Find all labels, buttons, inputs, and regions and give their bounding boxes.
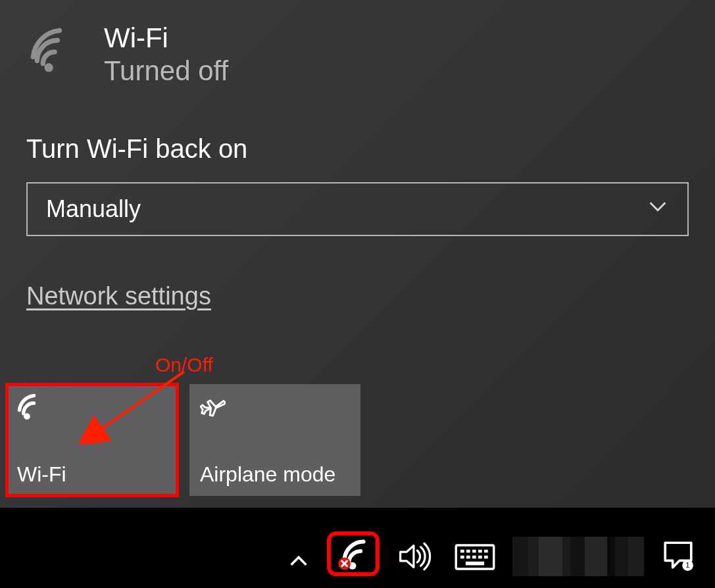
svg-rect-14 <box>478 556 482 559</box>
clock-area-blurred[interactable] <box>512 537 644 576</box>
svg-rect-12 <box>466 556 470 559</box>
wifi-title: Wi-Fi <box>104 24 228 53</box>
network-flyout: Wi-Fi Turned off Turn Wi-Fi back on Manu… <box>0 0 715 508</box>
quick-action-tiles: Wi-Fi Airplane mode <box>7 384 360 496</box>
turn-back-on-dropdown[interactable]: Manually <box>26 182 689 236</box>
touch-keyboard-tray-icon[interactable] <box>449 538 501 576</box>
turn-back-on-label: Turn Wi-Fi back on <box>26 134 715 164</box>
svg-rect-13 <box>472 556 476 559</box>
network-settings-link[interactable]: Network settings <box>26 282 211 310</box>
airplane-tile-label: Airplane mode <box>200 462 350 487</box>
wifi-tile-label: Wi-Fi <box>17 462 167 487</box>
wifi-toggle-tile[interactable]: Wi-Fi <box>7 384 178 496</box>
volume-tray-icon[interactable] <box>391 537 437 576</box>
svg-point-1 <box>24 413 30 420</box>
svg-rect-11 <box>460 556 464 559</box>
svg-rect-6 <box>460 550 464 553</box>
airplane-icon <box>200 393 350 428</box>
svg-text:1: 1 <box>685 561 689 569</box>
wifi-icon <box>30 28 79 79</box>
svg-rect-15 <box>484 556 488 559</box>
svg-rect-9 <box>478 550 482 553</box>
svg-rect-16 <box>466 562 484 566</box>
svg-point-0 <box>44 63 53 72</box>
dropdown-selected-value: Manually <box>46 195 141 223</box>
chevron-down-icon <box>647 195 669 224</box>
system-tray: 1 <box>282 496 715 588</box>
wifi-status-row: Wi-Fi Turned off <box>0 0 715 87</box>
svg-rect-7 <box>466 550 470 553</box>
svg-rect-8 <box>472 550 476 553</box>
wifi-subtitle: Turned off <box>104 55 228 87</box>
action-center-tray-icon[interactable]: 1 <box>656 534 701 576</box>
annotation-label: On/Off <box>155 354 213 376</box>
wifi-icon <box>17 393 167 428</box>
taskbar: 1 <box>0 508 715 588</box>
airplane-mode-tile[interactable]: Airplane mode <box>189 384 360 496</box>
network-tray-icon[interactable] <box>327 531 380 576</box>
svg-rect-10 <box>484 550 488 553</box>
tray-overflow-chevron-icon[interactable] <box>282 546 315 576</box>
